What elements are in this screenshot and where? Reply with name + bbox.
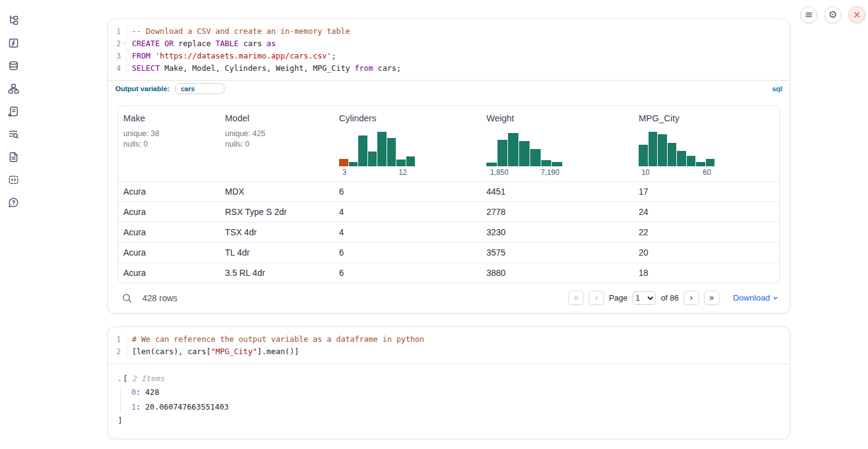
table-row[interactable]: Acura3.5 RL 4dr6388018 bbox=[118, 262, 779, 283]
output-variable-label: Output variable: bbox=[115, 85, 170, 92]
output-variable-input[interactable] bbox=[175, 83, 224, 94]
table-cell: 3230 bbox=[481, 222, 634, 242]
list-item: 0: 428 bbox=[131, 387, 780, 397]
close-bracket: ] bbox=[118, 416, 780, 425]
table-cell: 4451 bbox=[481, 182, 634, 201]
code-text: SELECT Make, Model, Cylinders, Weight, M… bbox=[127, 62, 401, 75]
table-cell: Acura bbox=[118, 222, 220, 242]
stat-line: nulls: 0 bbox=[225, 139, 329, 150]
snippets-icon[interactable] bbox=[8, 174, 19, 185]
python-code-editor[interactable]: 1# We can reference the output variable … bbox=[108, 327, 790, 363]
column-header[interactable]: Weight1,8507,190 bbox=[481, 106, 634, 181]
file-explorer-icon[interactable] bbox=[8, 15, 19, 26]
sql-code-editor[interactable]: 1-- Download a CSV and create an in-memo… bbox=[108, 19, 790, 80]
code-line[interactable]: 3FROM 'https://datasets.marimo.app/cars.… bbox=[108, 50, 790, 62]
table-row[interactable]: AcuraTSX 4dr4323022 bbox=[118, 222, 779, 242]
list-items: 0: 4281: 20.060747663551403 bbox=[120, 386, 780, 413]
histogram-bars bbox=[486, 132, 562, 166]
help-icon[interactable] bbox=[8, 197, 19, 208]
table-cell: Acura bbox=[118, 263, 220, 283]
line-number: 2 bbox=[108, 346, 127, 358]
next-page-button[interactable] bbox=[684, 291, 699, 305]
histogram-bar bbox=[552, 162, 562, 166]
dependency-graph-icon[interactable] bbox=[8, 83, 19, 94]
table-cell: 17 bbox=[634, 182, 779, 201]
histogram-bar bbox=[696, 162, 705, 166]
scratchpad-icon[interactable] bbox=[8, 106, 19, 117]
column-histogram: 1060 bbox=[639, 132, 714, 178]
histogram-bar bbox=[639, 145, 648, 166]
list-output-header: ⌄ [ 2 Items bbox=[118, 374, 780, 383]
table-row[interactable]: AcuraMDX6445117 bbox=[118, 181, 779, 201]
table-cell: 3880 bbox=[481, 263, 634, 283]
collapse-chevron-icon[interactable]: ⌄ bbox=[118, 376, 121, 382]
code-line[interactable]: 4SELECT Make, Model, Cylinders, Weight, … bbox=[108, 62, 790, 75]
line-number: 1 bbox=[108, 25, 127, 38]
stat-line: unique: 38 bbox=[123, 129, 215, 139]
python-output: ⌄ [ 2 Items 0: 4281: 20.060747663551403 … bbox=[108, 364, 790, 439]
code-line[interactable]: 2[len(cars), cars["MPG_City"].mean()] bbox=[108, 346, 790, 358]
gear-icon: ⚙ bbox=[829, 10, 837, 20]
stat-line: nulls: 0 bbox=[123, 139, 215, 150]
code-text: [len(cars), cars["MPG_City"].mean()] bbox=[127, 346, 299, 358]
column-name: Cylinders bbox=[339, 113, 477, 123]
download-button[interactable]: Download bbox=[733, 293, 779, 302]
column-name: Weight bbox=[486, 113, 629, 123]
histogram-bar bbox=[530, 149, 541, 166]
code-line[interactable]: 1-- Download a CSV and create an in-memo… bbox=[108, 25, 790, 38]
chevron-left-icon bbox=[593, 294, 600, 302]
axis-min-label: 1,850 bbox=[490, 168, 509, 177]
variables-icon[interactable] bbox=[8, 38, 19, 49]
table-row[interactable]: AcuraRSX Type S 2dr4277824 bbox=[118, 201, 779, 222]
page-select[interactable]: 1 bbox=[633, 291, 656, 305]
table-row[interactable]: AcuraTL 4dr6357520 bbox=[118, 242, 779, 262]
first-page-button[interactable] bbox=[568, 291, 584, 305]
column-header[interactable]: Makeunique: 38nulls: 0 bbox=[118, 106, 220, 181]
item-colon: : bbox=[136, 387, 145, 397]
histogram-bar bbox=[649, 132, 658, 166]
notebook-cells: 1-- Download a CSV and create an in-memo… bbox=[107, 0, 790, 439]
line-number: 2⌄ bbox=[108, 38, 127, 50]
search-icon[interactable] bbox=[121, 293, 133, 304]
table-footer: 428 rows Page 1 of 86 bbox=[118, 283, 780, 313]
total-pages-label: of 86 bbox=[661, 293, 679, 302]
previous-page-button[interactable] bbox=[589, 291, 604, 305]
data-table: Makeunique: 38nulls: 0Modelunique: 425nu… bbox=[118, 105, 780, 283]
settings-button[interactable]: ⚙ bbox=[824, 6, 841, 23]
line-number: 4 bbox=[108, 62, 127, 75]
code-line[interactable]: 1# We can reference the output variable … bbox=[108, 333, 790, 346]
table-cell: 2778 bbox=[481, 202, 634, 222]
histogram-axis-labels: 1060 bbox=[639, 168, 714, 178]
last-page-button[interactable] bbox=[704, 291, 719, 305]
table-cell: 3575 bbox=[481, 243, 634, 262]
histogram-bar bbox=[358, 136, 367, 166]
page-label: Page bbox=[609, 293, 628, 302]
table-cell: 6 bbox=[334, 182, 481, 201]
sql-cell: 1-- Download a CSV and create an in-memo… bbox=[107, 18, 790, 313]
chevrons-left-icon bbox=[573, 294, 579, 302]
table-cell: 4 bbox=[334, 222, 481, 242]
histogram-bar bbox=[396, 160, 406, 166]
table-cell: 20 bbox=[634, 243, 779, 262]
histogram-bar bbox=[541, 160, 552, 166]
table-cell: 18 bbox=[634, 263, 779, 283]
histogram-bar bbox=[387, 138, 396, 166]
column-histogram: 1,8507,190 bbox=[486, 132, 562, 178]
datasources-icon[interactable] bbox=[8, 60, 19, 71]
window-controls: ⚙ bbox=[800, 6, 866, 23]
code-line[interactable]: 2⌄CREATE OR replace TABLE cars as bbox=[108, 38, 790, 50]
fold-icon[interactable]: ⌄ bbox=[123, 40, 126, 45]
column-header[interactable]: Cylinders312 bbox=[334, 106, 481, 181]
logs-icon[interactable] bbox=[8, 129, 19, 140]
column-header[interactable]: Modelunique: 425nulls: 0 bbox=[220, 106, 334, 181]
notebook-menu-button[interactable] bbox=[800, 6, 817, 23]
hamburger-icon bbox=[805, 10, 813, 19]
histogram-axis-labels: 312 bbox=[339, 168, 415, 178]
line-number: 1 bbox=[108, 333, 127, 346]
sidebar-panel-switcher bbox=[0, 0, 27, 449]
histogram-axis-labels: 1,8507,190 bbox=[486, 168, 562, 178]
documentation-icon[interactable] bbox=[8, 152, 19, 163]
shutdown-button[interactable] bbox=[848, 6, 866, 23]
histogram-bar bbox=[339, 159, 348, 166]
column-header[interactable]: MPG_City1060 bbox=[634, 106, 779, 181]
